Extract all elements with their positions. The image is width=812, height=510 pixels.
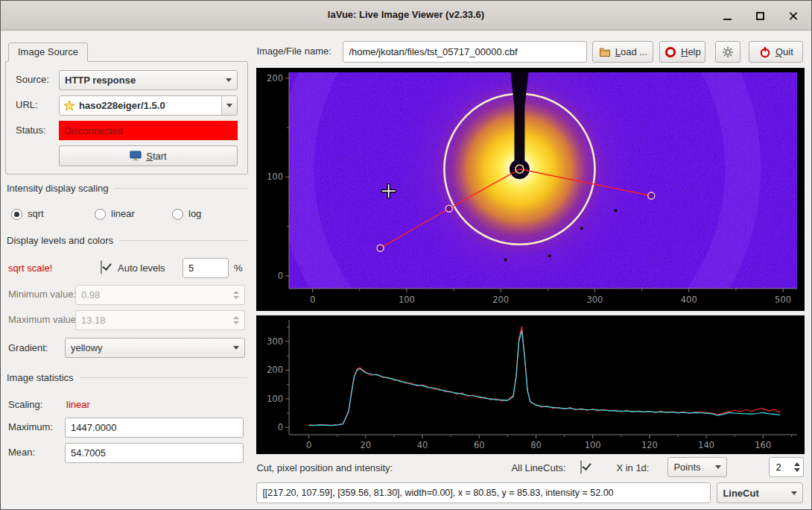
percent-label: % <box>234 262 243 274</box>
help-button[interactable]: Help <box>659 41 705 63</box>
all-linecuts-checkbox[interactable] <box>580 460 582 474</box>
all-linecuts-label: All LineCuts: <box>511 462 565 474</box>
source-select[interactable]: HTTP response <box>59 70 238 90</box>
svg-text:300: 300 <box>587 295 603 305</box>
help-buoy-icon <box>664 46 676 58</box>
status-badge: Disconnected <box>59 121 238 140</box>
source-value: HTTP response <box>65 75 221 86</box>
image-statistics-section-header: Image statistics <box>7 372 247 383</box>
svg-text:200: 200 <box>267 73 283 84</box>
linecut-handle <box>648 192 655 199</box>
load-button[interactable]: Load ... <box>592 41 653 63</box>
svg-text:100: 100 <box>585 440 601 450</box>
svg-text:120: 120 <box>641 440 658 450</box>
spin-arrows-icon[interactable] <box>788 462 800 472</box>
radio-log-label: log <box>188 208 201 220</box>
gear-icon <box>722 46 734 58</box>
spinner-value: 2 <box>775 462 781 473</box>
linecut-count-spinner[interactable]: 2 <box>769 457 804 477</box>
maximum-value-label: Maximum value: <box>8 314 79 326</box>
window-title: laVue: Live Image Viewer (v2.33.6) <box>1 9 811 20</box>
settings-button[interactable] <box>715 41 740 63</box>
gradient-select[interactable]: yellowy <box>65 338 245 358</box>
display-levels-section-header: Display levels and colors <box>7 235 247 246</box>
svg-text:80: 80 <box>531 440 542 450</box>
folder-icon <box>599 46 611 58</box>
radio-sqrt[interactable]: sqrt <box>11 208 44 220</box>
linecut-handle <box>446 205 453 212</box>
chevron-down-icon <box>233 346 239 350</box>
detector-image-plot[interactable]: 01002000100200300400500 <box>256 68 805 311</box>
quit-button[interactable]: Quit <box>749 41 803 63</box>
section-title: Display levels and colors <box>7 235 113 246</box>
intensity-scaling-section-header: Intensity display scaling <box>7 183 247 194</box>
help-button-label: Help <box>681 46 701 57</box>
svg-text:140: 140 <box>698 440 714 450</box>
svg-text:100: 100 <box>267 171 283 182</box>
tool-value: LineCut <box>723 488 787 499</box>
gradient-label: Gradient: <box>8 342 48 354</box>
filename-label: Image/File name: <box>256 45 331 57</box>
url-dropdown-button[interactable] <box>221 96 237 115</box>
section-title: Image statistics <box>7 372 74 383</box>
svg-text:20: 20 <box>361 440 372 450</box>
x-in-1d-value: Points <box>673 462 711 473</box>
status-label: Status: <box>16 125 45 136</box>
radio-linear-label: linear <box>111 208 135 220</box>
maximum-value-input: 13.18 <box>75 310 245 330</box>
cut-position-label: Cut, pixel position and intensity: <box>256 462 393 474</box>
favorite-star-icon[interactable] <box>63 100 75 112</box>
radio-log[interactable]: log <box>172 208 201 220</box>
maximize-icon <box>756 12 764 20</box>
radio-sqrt-indicator[interactable] <box>11 209 22 220</box>
svg-text:500: 500 <box>775 295 791 305</box>
quit-button-label: Quit <box>775 46 793 57</box>
x-in-1d-label: X in 1d: <box>616 462 649 474</box>
chevron-down-icon <box>791 491 797 495</box>
filename-input[interactable]: /home/jkotan/files/tst_05717_00000.cbf <box>343 41 587 63</box>
close-button[interactable] <box>786 9 799 22</box>
load-button-label: Load ... <box>615 46 647 57</box>
svg-text:0: 0 <box>278 271 283 281</box>
chevron-down-icon <box>226 78 232 82</box>
minimize-button[interactable] <box>720 9 734 22</box>
radio-sqrt-label: sqrt <box>28 208 44 220</box>
start-button[interactable]: Start <box>59 145 238 166</box>
svg-text:60: 60 <box>474 440 485 450</box>
close-icon <box>788 11 798 21</box>
titlebar[interactable]: laVue: Live Image Viewer (v2.33.6) <box>1 1 811 31</box>
maximize-button[interactable] <box>753 9 767 22</box>
radio-log-indicator[interactable] <box>172 209 183 220</box>
url-value: haso228eiger/1.5.0 <box>79 100 218 111</box>
tab-label: Image Source <box>18 46 78 57</box>
minimum-value-label: Minimum value: <box>8 289 76 300</box>
detector-image <box>289 68 797 311</box>
url-combobox[interactable]: haso228eiger/1.5.0 <box>59 95 238 116</box>
linecut-profile-plot[interactable]: 0100200300020406080100120140160 <box>256 315 805 454</box>
stats-scaling-value: linear <box>66 399 90 411</box>
auto-levels-checkbox[interactable] <box>101 260 102 274</box>
url-label: URL: <box>16 99 38 111</box>
spin-arrows-icon <box>229 291 239 299</box>
stats-mean-input[interactable]: 54.7005 <box>65 443 244 463</box>
tool-select[interactable]: LineCut <box>717 482 803 503</box>
auto-levels-input[interactable]: 5 <box>183 258 229 278</box>
section-title: Intensity display scaling <box>7 183 109 194</box>
viewer-panel: Image/File name: /home/jkotan/files/tst_… <box>252 31 811 510</box>
svg-text:200: 200 <box>267 365 283 375</box>
radio-linear[interactable]: linear <box>95 208 135 220</box>
svg-text:400: 400 <box>681 295 697 305</box>
svg-text:40: 40 <box>417 440 428 450</box>
svg-text:0: 0 <box>278 422 283 432</box>
stats-maximum-input[interactable]: 1447.0000 <box>65 418 244 438</box>
auto-levels-label: Auto levels <box>118 262 165 274</box>
linecut-handle <box>377 245 384 251</box>
chevron-down-icon <box>715 465 721 469</box>
cut-info-input[interactable]: [[217.20, 107.59], [359.56, 81.30], widt… <box>256 482 711 503</box>
x-in-1d-select[interactable]: Points <box>667 457 727 477</box>
radio-linear-indicator[interactable] <box>95 209 106 220</box>
tab-image-source[interactable]: Image Source <box>8 42 88 62</box>
chevron-down-icon <box>226 104 232 107</box>
svg-text:100: 100 <box>399 295 415 305</box>
quit-power-icon <box>759 46 771 58</box>
